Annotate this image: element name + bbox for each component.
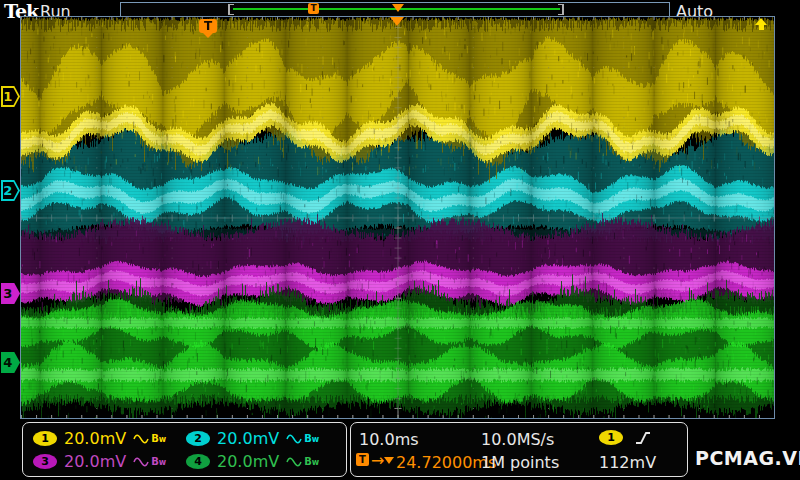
- trigger-delay-down-triangle-icon: [384, 457, 394, 464]
- trigger-delay-arrow-icon: →: [371, 451, 384, 470]
- ch2-position-marker: 2: [1, 180, 20, 201]
- trigger-level-value: 112mV: [599, 453, 656, 472]
- watermark: PCMAG.VN: [695, 447, 791, 469]
- ch4-marker-number: 4: [1, 352, 14, 373]
- ch1-marker-number: 1: [1, 86, 14, 107]
- record-trigger-marker-icon: T: [308, 3, 319, 14]
- graticule: T: [20, 16, 775, 419]
- trigger-position-marker-icon: T: [199, 19, 217, 33]
- ch1-scale: 20.0mV: [64, 429, 126, 448]
- record-expand-marker-icon: [392, 4, 404, 12]
- oscilloscope-screen: Tek Run T Auto T 1 2 3 4 1 20.0mV: [0, 0, 800, 480]
- ch1-readout: 1 20.0mV Bw: [33, 429, 185, 448]
- ch3-ac-coupling-icon: [133, 456, 149, 468]
- ch3-position-marker: 3: [1, 283, 20, 304]
- trigger-delay-t-icon: T: [356, 453, 369, 466]
- ch1-ac-coupling-icon: [133, 433, 149, 445]
- record-window-end-bracket: [558, 4, 564, 15]
- timebase-scale: 10.0ms: [359, 430, 419, 449]
- trigger-slope-rising-icon: [635, 430, 651, 446]
- ch2-readout: 2 20.0mV Bw: [186, 429, 338, 448]
- ch3-marker-number: 3: [1, 283, 14, 304]
- ch2-marker-number: 2: [1, 180, 14, 201]
- ch2-scale: 20.0mV: [217, 429, 279, 448]
- ch2-badge: 2: [186, 431, 210, 446]
- ch1-position-marker: 1: [1, 86, 20, 107]
- ch2-ac-coupling-icon: [286, 433, 302, 445]
- ch4-ac-coupling-icon: [286, 456, 302, 468]
- ch1-clip-up-arrow-icon: [755, 18, 768, 30]
- ch3-badge: 3: [33, 454, 57, 469]
- ch3-readout: 3 20.0mV Bw: [33, 452, 185, 471]
- ch1-badge: 1: [33, 431, 57, 446]
- ch4-position-marker: 4: [1, 352, 20, 373]
- ch4-readout: 4 20.0mV Bw: [186, 452, 338, 471]
- expand-point-marker-icon: [390, 17, 404, 26]
- record-window-start-bracket: [228, 4, 234, 15]
- trigger-source-badge: 1: [599, 430, 623, 445]
- sample-rate: 10.0MS/s: [481, 430, 554, 449]
- ch4-badge: 4: [186, 454, 210, 469]
- ch4-bandwidth-limit-icon: Bw: [304, 456, 319, 467]
- ch3-scale: 20.0mV: [64, 452, 126, 471]
- ch1-bandwidth-limit-icon: Bw: [151, 433, 166, 444]
- ch4-scale: 20.0mV: [217, 452, 279, 471]
- ch3-bandwidth-limit-icon: Bw: [151, 456, 166, 467]
- record-view-bar: T: [120, 2, 670, 17]
- channel-readouts-box: 1 20.0mV Bw 2 20.0mV Bw 3 20.0mV: [22, 422, 347, 477]
- ch2-bandwidth-limit-icon: Bw: [304, 433, 319, 444]
- waveform-display: [21, 17, 774, 418]
- horizontal-trigger-readouts-box: 10.0ms 10.0MS/s 1 T → 24.72000ms 1M poin…: [350, 422, 688, 477]
- record-length: 1M points: [481, 453, 559, 472]
